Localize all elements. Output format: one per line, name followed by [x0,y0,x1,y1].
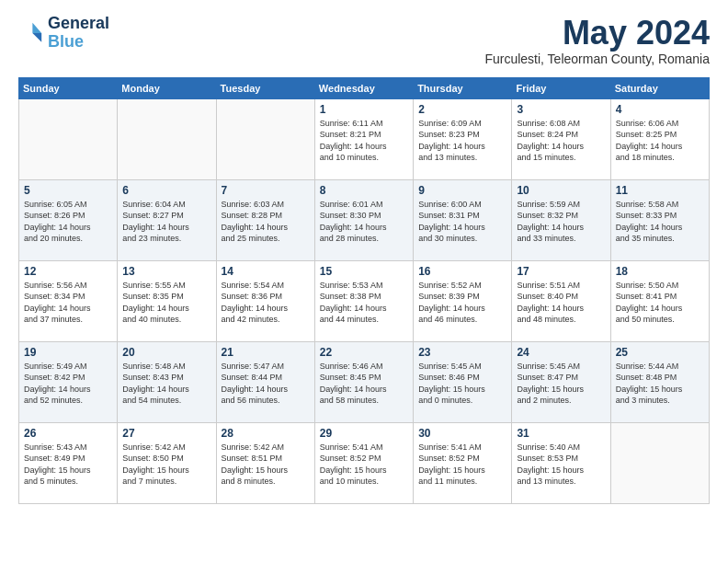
day-number: 27 [122,427,210,440]
calendar-cell: 8Sunrise: 6:01 AM Sunset: 8:30 PM Daylig… [314,179,413,260]
day-of-week-header: Friday [512,77,610,98]
day-number: 29 [320,427,408,440]
calendar-cell [118,98,216,179]
day-of-week-header: Wednesday [314,77,413,98]
day-info: Sunrise: 5:54 AM Sunset: 8:36 PM Dayligh… [222,280,310,326]
svg-marker-0 [32,23,41,33]
day-number: 15 [320,265,408,278]
day-number: 16 [418,265,506,278]
day-number: 11 [616,184,704,197]
day-info: Sunrise: 5:43 AM Sunset: 8:49 PM Dayligh… [24,442,112,488]
calendar-cell: 2Sunrise: 6:09 AM Sunset: 8:23 PM Daylig… [414,98,512,179]
svg-marker-1 [32,33,41,42]
calendar-week-row: 19Sunrise: 5:49 AM Sunset: 8:42 PM Dayli… [19,341,710,422]
calendar-cell: 6Sunrise: 6:04 AM Sunset: 8:27 PM Daylig… [118,179,216,260]
day-number: 21 [222,346,310,359]
calendar-cell: 15Sunrise: 5:53 AM Sunset: 8:38 PM Dayli… [314,260,413,341]
calendar-cell: 28Sunrise: 5:42 AM Sunset: 8:51 PM Dayli… [216,422,314,503]
day-info: Sunrise: 6:04 AM Sunset: 8:27 PM Dayligh… [122,199,210,245]
day-info: Sunrise: 5:53 AM Sunset: 8:38 PM Dayligh… [320,280,408,326]
day-info: Sunrise: 5:42 AM Sunset: 8:51 PM Dayligh… [222,442,310,488]
calendar-body: 1Sunrise: 6:11 AM Sunset: 8:21 PM Daylig… [19,98,710,503]
month-title: May 2024 [484,15,710,52]
calendar-cell: 31Sunrise: 5:40 AM Sunset: 8:53 PM Dayli… [512,422,610,503]
day-info: Sunrise: 5:41 AM Sunset: 8:52 PM Dayligh… [418,442,506,488]
calendar-cell: 24Sunrise: 5:45 AM Sunset: 8:47 PM Dayli… [512,341,610,422]
calendar-cell: 9Sunrise: 6:00 AM Sunset: 8:31 PM Daylig… [414,179,512,260]
day-info: Sunrise: 5:46 AM Sunset: 8:45 PM Dayligh… [320,361,408,407]
calendar-cell: 4Sunrise: 6:06 AM Sunset: 8:25 PM Daylig… [610,98,709,179]
calendar-cell: 26Sunrise: 5:43 AM Sunset: 8:49 PM Dayli… [19,422,118,503]
calendar-cell [216,98,314,179]
calendar-cell [19,98,118,179]
day-info: Sunrise: 5:59 AM Sunset: 8:32 PM Dayligh… [517,199,605,245]
day-info: Sunrise: 5:44 AM Sunset: 8:48 PM Dayligh… [616,361,704,407]
day-number: 6 [122,184,210,197]
day-info: Sunrise: 5:49 AM Sunset: 8:42 PM Dayligh… [24,361,112,407]
day-number: 25 [616,346,704,359]
day-number: 7 [222,184,310,197]
day-number: 14 [222,265,310,278]
day-info: Sunrise: 6:08 AM Sunset: 8:24 PM Dayligh… [517,118,605,164]
day-info: Sunrise: 5:51 AM Sunset: 8:40 PM Dayligh… [517,280,605,326]
day-number: 24 [517,346,605,359]
day-info: Sunrise: 6:05 AM Sunset: 8:26 PM Dayligh… [24,199,112,245]
calendar-header: SundayMondayTuesdayWednesdayThursdayFrid… [19,77,710,98]
calendar-cell: 18Sunrise: 5:50 AM Sunset: 8:41 PM Dayli… [610,260,709,341]
calendar-cell: 13Sunrise: 5:55 AM Sunset: 8:35 PM Dayli… [118,260,216,341]
day-info: Sunrise: 5:40 AM Sunset: 8:53 PM Dayligh… [517,442,605,488]
day-info: Sunrise: 5:45 AM Sunset: 8:47 PM Dayligh… [517,361,605,407]
day-number: 13 [122,265,210,278]
day-number: 30 [418,427,506,440]
day-of-week-header: Sunday [19,77,118,98]
logo-icon [18,20,44,46]
calendar-cell: 14Sunrise: 5:54 AM Sunset: 8:36 PM Dayli… [216,260,314,341]
day-number: 3 [517,103,605,116]
day-info: Sunrise: 5:41 AM Sunset: 8:52 PM Dayligh… [320,442,408,488]
day-number: 2 [418,103,506,116]
calendar-week-row: 12Sunrise: 5:56 AM Sunset: 8:34 PM Dayli… [19,260,710,341]
calendar-cell: 11Sunrise: 5:58 AM Sunset: 8:33 PM Dayli… [610,179,709,260]
calendar-cell: 25Sunrise: 5:44 AM Sunset: 8:48 PM Dayli… [610,341,709,422]
day-info: Sunrise: 5:52 AM Sunset: 8:39 PM Dayligh… [418,280,506,326]
day-of-week-header: Thursday [414,77,512,98]
day-of-week-header: Monday [118,77,216,98]
day-info: Sunrise: 6:03 AM Sunset: 8:28 PM Dayligh… [222,199,310,245]
day-number: 4 [616,103,704,116]
day-info: Sunrise: 6:11 AM Sunset: 8:21 PM Dayligh… [320,118,408,164]
calendar-cell: 3Sunrise: 6:08 AM Sunset: 8:24 PM Daylig… [512,98,610,179]
day-info: Sunrise: 6:06 AM Sunset: 8:25 PM Dayligh… [616,118,704,164]
calendar-cell: 27Sunrise: 5:42 AM Sunset: 8:50 PM Dayli… [118,422,216,503]
calendar-cell: 21Sunrise: 5:47 AM Sunset: 8:44 PM Dayli… [216,341,314,422]
day-info: Sunrise: 6:01 AM Sunset: 8:30 PM Dayligh… [320,199,408,245]
calendar-cell: 16Sunrise: 5:52 AM Sunset: 8:39 PM Dayli… [414,260,512,341]
calendar-week-row: 5Sunrise: 6:05 AM Sunset: 8:26 PM Daylig… [19,179,710,260]
day-number: 18 [616,265,704,278]
calendar-week-row: 26Sunrise: 5:43 AM Sunset: 8:49 PM Dayli… [19,422,710,503]
day-number: 1 [320,103,408,116]
day-number: 26 [24,427,112,440]
calendar-cell: 20Sunrise: 5:48 AM Sunset: 8:43 PM Dayli… [118,341,216,422]
calendar-cell: 23Sunrise: 5:45 AM Sunset: 8:46 PM Dayli… [414,341,512,422]
day-info: Sunrise: 5:50 AM Sunset: 8:41 PM Dayligh… [616,280,704,326]
title-block: May 2024 Furculesti, Teleorman County, R… [484,15,710,66]
day-info: Sunrise: 5:58 AM Sunset: 8:33 PM Dayligh… [616,199,704,245]
calendar-cell: 1Sunrise: 6:11 AM Sunset: 8:21 PM Daylig… [314,98,413,179]
calendar-cell: 29Sunrise: 5:41 AM Sunset: 8:52 PM Dayli… [314,422,413,503]
day-number: 9 [418,184,506,197]
calendar-cell [610,422,709,503]
day-info: Sunrise: 6:09 AM Sunset: 8:23 PM Dayligh… [418,118,506,164]
day-number: 5 [24,184,112,197]
day-of-week-header: Saturday [610,77,709,98]
calendar-cell: 5Sunrise: 6:05 AM Sunset: 8:26 PM Daylig… [19,179,118,260]
location-subtitle: Furculesti, Teleorman County, Romania [484,52,710,66]
logo: General Blue [18,15,109,52]
day-of-week-header: Tuesday [216,77,314,98]
calendar-table: SundayMondayTuesdayWednesdayThursdayFrid… [18,77,710,504]
day-number: 19 [24,346,112,359]
day-number: 20 [122,346,210,359]
calendar-cell: 22Sunrise: 5:46 AM Sunset: 8:45 PM Dayli… [314,341,413,422]
day-number: 8 [320,184,408,197]
calendar-cell: 10Sunrise: 5:59 AM Sunset: 8:32 PM Dayli… [512,179,610,260]
day-info: Sunrise: 5:45 AM Sunset: 8:46 PM Dayligh… [418,361,506,407]
